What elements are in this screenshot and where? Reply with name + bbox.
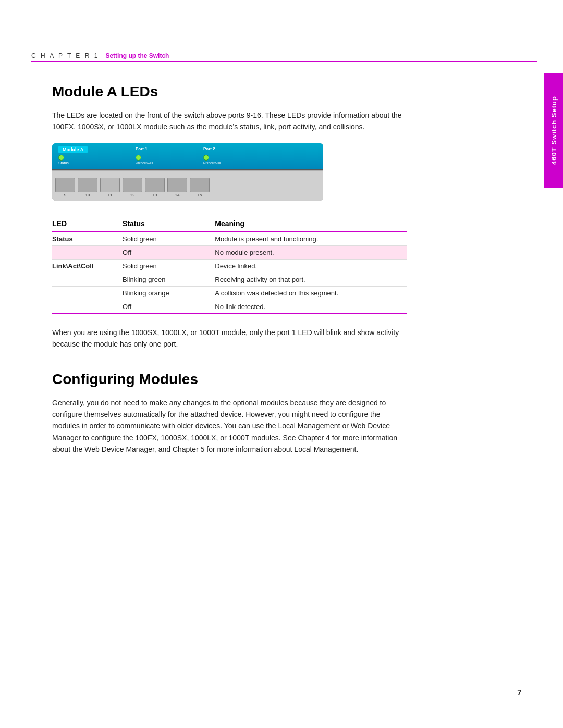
- module-a-label: Module A: [58, 146, 88, 153]
- cell-meaning: Device linked.: [215, 259, 407, 273]
- page-header: C H A P T E R 1 Setting up the Switch: [31, 52, 537, 62]
- cell-led: [52, 300, 123, 314]
- port1-led: Link\Act\Coll: [136, 155, 153, 164]
- main-content: Module A LEDs The LEDs are located on th…: [52, 68, 532, 466]
- below-table-text: When you are using the 1000SX, 1000LX, o…: [52, 327, 407, 350]
- cell-meaning: A collision was detected on this segment…: [215, 286, 407, 300]
- table-row: StatusSolid greenModule is present and f…: [52, 231, 407, 245]
- module-leds-body: The LEDs are located on the front of the…: [52, 109, 407, 133]
- chapter-title: Setting up the Switch: [105, 52, 169, 59]
- cell-status: Blinking orange: [123, 286, 215, 300]
- port2-led: Link\Act\Coll: [203, 155, 221, 164]
- chapter-label: C H A P T E R 1: [31, 52, 99, 59]
- module-bottom: 9 10 11 12: [52, 171, 323, 201]
- col-led: LED: [52, 216, 123, 232]
- configuring-section: Configuring Modules Generally, you do no…: [52, 371, 511, 455]
- table-row: Link\Act\CollSolid greenDevice linked.: [52, 259, 407, 273]
- port1-label: Port 1: [136, 146, 148, 151]
- cell-meaning: Receiving activity on that port.: [215, 273, 407, 286]
- table-header-row: LED Status Meaning: [52, 216, 407, 232]
- cell-status: Solid green: [123, 231, 215, 245]
- side-tab: 460T Switch Setup: [544, 73, 563, 188]
- table-row: OffNo module present.: [52, 245, 407, 259]
- configuring-title: Configuring Modules: [52, 371, 511, 388]
- page-number: 7: [517, 688, 521, 697]
- cell-meaning: No module present.: [215, 245, 407, 259]
- table-header: LED Status Meaning: [52, 216, 407, 232]
- module-outer: Module A Status Port 1 Link\Act\Coll Por…: [52, 143, 323, 201]
- side-tab-text: 460T Switch Setup: [550, 96, 558, 165]
- cell-led: Link\Act\Coll: [52, 259, 123, 273]
- table-row: OffNo link detected.: [52, 300, 407, 314]
- cell-status: Off: [123, 300, 215, 314]
- cell-status: Off: [123, 245, 215, 259]
- cell-led: [52, 273, 123, 286]
- led-table: LED Status Meaning StatusSolid greenModu…: [52, 216, 407, 314]
- cell-meaning: Module is present and functioning.: [215, 231, 407, 245]
- col-meaning: Meaning: [215, 216, 407, 232]
- cell-led: [52, 245, 123, 259]
- status-led-group: Status: [58, 155, 69, 165]
- cell-led: [52, 286, 123, 300]
- cell-meaning: No link detected.: [215, 300, 407, 314]
- configuring-body: Generally, you do not need to make any c…: [52, 397, 407, 455]
- table-body: StatusSolid greenModule is present and f…: [52, 231, 407, 314]
- cell-status: Solid green: [123, 259, 215, 273]
- table-row: Blinking greenReceiving activity on that…: [52, 273, 407, 286]
- module-leds-title: Module A LEDs: [52, 83, 511, 100]
- module-top-bar: Module A Status Port 1 Link\Act\Coll Por…: [52, 143, 323, 170]
- table-row: Blinking orangeA collision was detected …: [52, 286, 407, 300]
- port2-label: Port 2: [203, 146, 215, 151]
- cell-led: Status: [52, 231, 123, 245]
- cell-status: Blinking green: [123, 273, 215, 286]
- module-illustration: Module A Status Port 1 Link\Act\Coll Por…: [52, 143, 323, 201]
- col-status: Status: [123, 216, 215, 232]
